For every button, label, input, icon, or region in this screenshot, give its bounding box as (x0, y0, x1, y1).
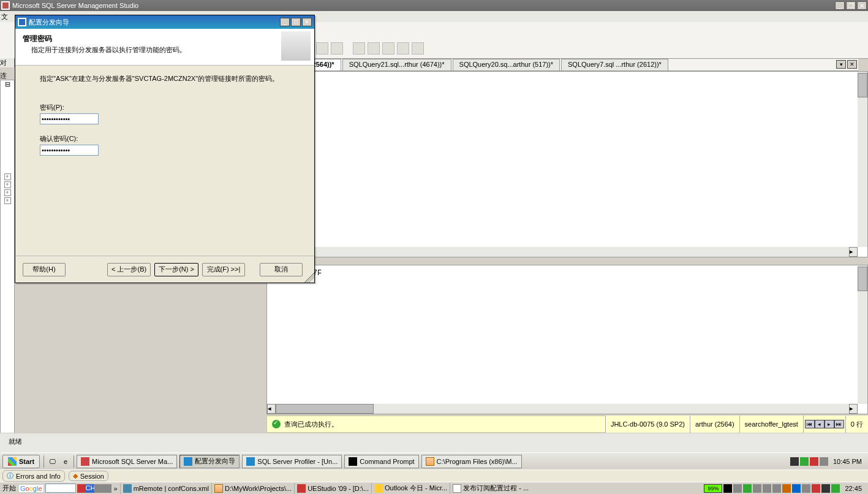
tree-expand-icon[interactable]: + (4, 189, 11, 196)
tree-expand-icon[interactable]: + (4, 181, 11, 188)
taskbar-item-wizard[interactable]: 配置分发向导 (179, 455, 240, 468)
minimize-button[interactable]: _ (835, 1, 845, 10)
tray-icon[interactable] (820, 457, 828, 466)
taskbar3-item[interactable]: mRemote | confCons.xml (120, 483, 211, 494)
taskbar3-item[interactable]: 发布订阅配置过程 - ... (450, 483, 531, 494)
start-button[interactable]: Start (2, 455, 40, 468)
dialog-title: 配置分发向导 (29, 18, 69, 27)
google-search-input[interactable] (45, 484, 76, 493)
tab-query-1[interactable]: SQLQuery21.sql...rthur (4674))* (342, 59, 451, 70)
google-logo[interactable]: Google (18, 484, 44, 493)
results-text: earchby047F (267, 265, 867, 281)
success-icon (272, 420, 281, 428)
object-explorer-tree[interactable]: ⊟ + + + + (0, 80, 15, 435)
tray-icon[interactable] (790, 457, 799, 466)
taskbar3-item[interactable]: UEStudio '09 - [D:\... (294, 483, 371, 494)
toolbar-button[interactable] (353, 42, 365, 55)
tab-query-3[interactable]: SQLQuery7.sql ...rthur (2612))* (561, 59, 668, 70)
tray-icon[interactable] (802, 484, 810, 493)
tray-icon[interactable] (723, 484, 732, 493)
tray-icon[interactable] (831, 484, 840, 493)
ie-icon[interactable]: e (60, 456, 71, 467)
dialog-heading: 管理密码 (23, 34, 307, 44)
tray-icon[interactable] (792, 484, 801, 493)
confirm-password-input[interactable] (40, 145, 99, 156)
query-editor[interactable]: ◂ ▸ (266, 71, 868, 257)
help-button[interactable]: 帮助(H) (23, 263, 66, 276)
start-label-cn[interactable]: 开始 (0, 484, 18, 493)
toolbar-button[interactable] (397, 42, 409, 55)
uestudio-icon (297, 484, 306, 493)
ssms-icon (1, 1, 10, 10)
finish-button[interactable]: 完成(F) >>| (202, 263, 245, 276)
tray-icon[interactable] (743, 484, 752, 493)
next-button[interactable]: 下一步(N) > (154, 263, 198, 276)
taskbar-item-profiler[interactable]: SQL Server Profiler - [Un... (242, 455, 342, 468)
tray-icon[interactable] (800, 457, 809, 466)
db-cell: searchoffer_lgtest (739, 416, 803, 433)
dialog-body: 指定"ASK"在建立与分发服务器"SVCTAG-2MCZN2X"的管理链接时所需… (15, 66, 314, 174)
menu-item[interactable]: 文 (1, 12, 13, 21)
object-explorer-header[interactable]: 对 (0, 58, 15, 67)
vertical-scrollbar[interactable] (858, 265, 867, 404)
battery-icon[interactable]: 99% (704, 484, 722, 493)
horizontal-scrollbar[interactable]: ◂ ▸ (267, 247, 858, 257)
close-button[interactable]: ✕ (857, 1, 867, 10)
password-input[interactable] (40, 113, 99, 124)
toolbar-button[interactable] (412, 42, 424, 55)
tray-icon[interactable]: CH (86, 484, 94, 493)
tray-icon[interactable] (103, 484, 111, 493)
back-button[interactable]: < 上一步(B) (107, 263, 151, 276)
tree-expand-icon[interactable]: + (4, 173, 11, 180)
tray-icon[interactable] (810, 457, 818, 466)
cancel-button[interactable]: 取消 (260, 263, 303, 276)
resize-grip[interactable] (304, 273, 314, 283)
third-taskbar: 开始 Google CH » mRemote | confCons.xml D:… (0, 482, 868, 494)
doc-icon (453, 484, 461, 493)
app-title: Microsoft SQL Server Management Studio (12, 2, 138, 9)
tray-icon[interactable] (772, 484, 781, 493)
tray-icon[interactable] (94, 484, 103, 493)
tray-icon[interactable] (733, 484, 742, 493)
clock[interactable]: 10:45 PM (829, 458, 866, 465)
restore-button[interactable]: ❐ (846, 1, 856, 10)
tab-query-2[interactable]: SQLQuery20.sq...arthur (517))* (453, 59, 560, 70)
taskbar-item-cmd[interactable]: Command Prompt (344, 455, 418, 468)
tray-icon[interactable] (812, 484, 820, 493)
dialog-title-bar[interactable]: 配置分发向导 _ □ ✕ (15, 15, 314, 29)
toolbar-button[interactable] (316, 42, 328, 55)
horizontal-scrollbar[interactable]: ◂ ▸ (267, 404, 858, 414)
tab-dropdown-button[interactable]: ▾ (836, 60, 846, 69)
session-tab[interactable]: ◆Session (69, 471, 108, 481)
ready-status-bar: 就绪 (0, 433, 868, 452)
status-message: 查询已成功执行。 (284, 420, 338, 429)
dialog-close-button[interactable]: ✕ (302, 18, 312, 26)
dialog-footer: 帮助(H) < 上一步(B) 下一步(N) > 完成(F) >>| 取消 (15, 256, 314, 283)
dialog-maximize-button[interactable]: □ (291, 18, 301, 26)
taskbar3-item[interactable]: D:\MyWork\Projects\... (211, 483, 294, 494)
windows-icon (8, 457, 17, 466)
tray-icon[interactable] (821, 484, 830, 493)
toolbar-button[interactable] (331, 42, 343, 55)
vertical-scrollbar[interactable] (858, 72, 867, 247)
taskbar-item-ssms[interactable]: Microsoft SQL Server Ma... (77, 455, 177, 468)
dialog-minimize-button[interactable]: _ (280, 18, 290, 26)
taskbar-item-explorer[interactable]: C:\Program Files (x86)\M... (421, 455, 522, 468)
tray-icon[interactable] (753, 484, 761, 493)
toolbar-button[interactable] (368, 42, 380, 55)
overflow-icon[interactable]: » (111, 485, 120, 492)
tray-icon[interactable] (782, 484, 791, 493)
tray-icon[interactable] (763, 484, 771, 493)
tray-icon[interactable] (77, 484, 86, 493)
nav-buttons[interactable]: ⏮ ◂ ▸ ⏭ (803, 416, 845, 433)
results-pane[interactable]: earchby047F ◂ ▸ (266, 265, 868, 414)
clock-24h[interactable]: 22:45 (841, 485, 866, 492)
show-desktop-icon[interactable]: 🖵 (47, 456, 58, 467)
tree-expand-icon[interactable]: + (4, 197, 11, 204)
app-title-bar: Microsoft SQL Server Management Studio _… (0, 0, 868, 11)
wizard-icon (18, 18, 26, 26)
tab-close-button[interactable]: ✕ (847, 60, 857, 69)
errors-info-tab[interactable]: ⓘErrors and Info (2, 470, 65, 482)
toolbar-button[interactable] (382, 42, 394, 55)
taskbar3-item[interactable]: Outlook 今日 - Micr... (371, 483, 450, 494)
